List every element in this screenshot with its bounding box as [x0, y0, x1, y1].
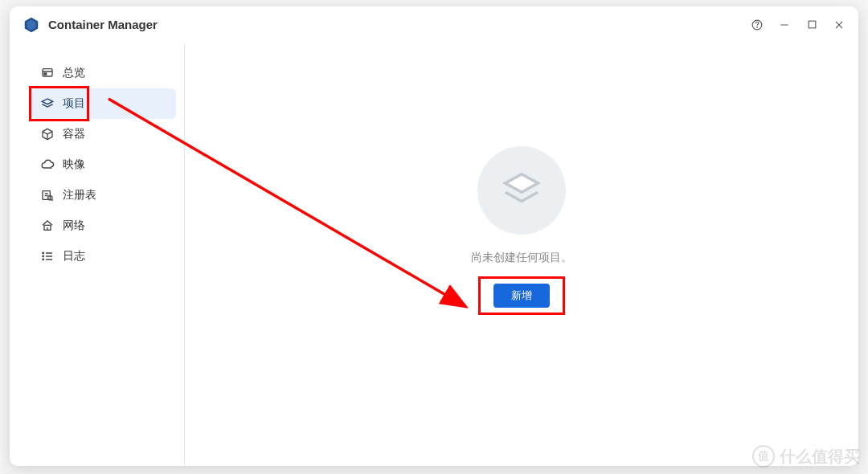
layers-icon: [40, 96, 55, 111]
app-window: Container Manager 总览: [10, 6, 858, 466]
svg-line-17: [51, 199, 52, 200]
cloud-icon: [40, 157, 55, 172]
svg-marker-11: [42, 99, 52, 104]
sidebar-item-project[interactable]: 项目: [32, 88, 176, 119]
annotation-highlight-button: 新增: [478, 276, 565, 315]
sidebar-item-container[interactable]: 容器: [32, 119, 176, 149]
new-button[interactable]: 新增: [493, 284, 550, 308]
app-logo-icon: [23, 16, 40, 34]
empty-state-icon: [477, 146, 566, 235]
titlebar: Container Manager: [10, 6, 858, 43]
help-button[interactable]: [751, 18, 764, 31]
cube-icon: [40, 127, 55, 141]
svg-rect-10: [44, 73, 47, 75]
sidebar-item-label: 注册表: [63, 188, 96, 202]
close-button[interactable]: [833, 18, 845, 31]
sidebar-item-label: 映像: [63, 157, 85, 172]
window-body: 总览 项目 容器 映像: [10, 43, 858, 466]
sidebar-item-network[interactable]: 网络: [32, 210, 176, 241]
sidebar-item-label: 总览: [63, 66, 85, 80]
svg-point-3: [757, 27, 758, 27]
sidebar-item-label: 项目: [63, 96, 85, 111]
sidebar-item-label: 日志: [63, 249, 85, 264]
sidebar-item-overview[interactable]: 总览: [32, 58, 176, 88]
svg-rect-5: [809, 21, 816, 28]
sidebar-item-image[interactable]: 映像: [32, 149, 176, 180]
svg-point-25: [43, 259, 43, 259]
sidebar-item-label: 网络: [63, 219, 85, 233]
svg-point-24: [43, 255, 43, 256]
svg-marker-26: [506, 174, 538, 193]
sidebar-item-registry[interactable]: 注册表: [32, 180, 176, 210]
maximize-button[interactable]: [805, 18, 818, 31]
registry-icon: [40, 188, 55, 202]
main-content: 尚未创建任何项目。 新增: [185, 43, 858, 466]
app-title: Container Manager: [48, 18, 158, 31]
dashboard-icon: [40, 66, 55, 80]
sidebar-item-log[interactable]: 日志: [32, 241, 176, 272]
empty-state: 尚未创建任何项目。 新增: [471, 146, 572, 315]
watermark: 值 什么值得买: [752, 445, 860, 468]
empty-state-message: 尚未创建任何项目。: [471, 251, 572, 265]
network-icon: [40, 219, 55, 233]
watermark-text: 什么值得买: [780, 446, 860, 468]
window-controls: [751, 18, 845, 31]
svg-point-23: [43, 252, 43, 253]
sidebar: 总览 项目 容器 映像: [10, 43, 185, 466]
sidebar-item-label: 容器: [63, 127, 85, 141]
minimize-button[interactable]: [778, 18, 791, 31]
watermark-badge: 值: [752, 445, 775, 468]
log-icon: [40, 249, 55, 264]
